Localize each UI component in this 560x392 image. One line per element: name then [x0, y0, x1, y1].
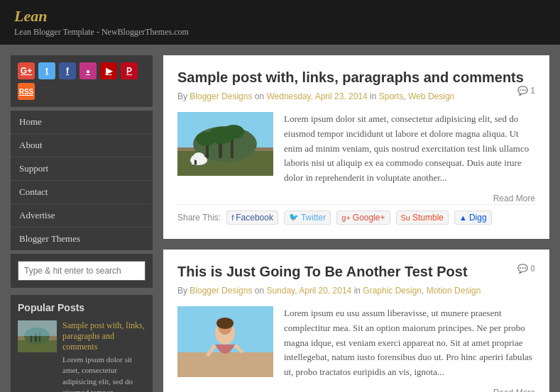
- sidebar-item-home[interactable]: Home: [11, 111, 153, 134]
- post-1-share-bar: Share This: f Facebook 🐦 Twitter g+ Goog…: [177, 204, 535, 225]
- popular-post-excerpt: Lorem ipsum dolor sit amet, consectetur …: [62, 354, 146, 392]
- twitter-share-icon: 🐦: [289, 213, 299, 222]
- popular-post-thumbnail: [18, 320, 57, 352]
- sidebar-item-blogger-themes[interactable]: Blogger Themes: [11, 228, 153, 250]
- facebook-share-icon: f: [231, 213, 234, 222]
- googleplus-share-icon: g+: [341, 213, 351, 222]
- post-1-read-more-link[interactable]: Read More: [493, 194, 535, 203]
- popular-post-title[interactable]: Sample post with, links, paragraphs and …: [62, 320, 146, 352]
- digg-share-icon: ▲: [459, 213, 467, 222]
- post-2: This is Just Going To Be Another Test Po…: [163, 250, 549, 392]
- post-2-read-more-link[interactable]: Read More: [493, 388, 535, 392]
- post-1-meta: By Blogger Designs on Wednesday, April 2…: [177, 91, 535, 101]
- social-icons-bar: G+ t f ● ▶ P RSS: [11, 55, 153, 107]
- post-2-cat-1[interactable]: Graphic Design: [363, 286, 422, 296]
- popular-post-content: Sample post with, links, paragraphs and …: [62, 320, 146, 392]
- post-1-excerpt: Lorem ipsum dolor sit amet, consectetur …: [284, 112, 535, 186]
- svg-point-25: [193, 152, 204, 161]
- stumble-share-icon: Su: [401, 213, 410, 222]
- pinterest-icon[interactable]: P: [121, 62, 138, 79]
- share-facebook-btn-1[interactable]: f Facebook: [226, 211, 278, 225]
- post-2-date[interactable]: Sunday, April 20, 2014: [266, 286, 351, 296]
- post-1-cat-1[interactable]: Sports: [379, 91, 404, 101]
- popular-posts-heading: Popular Posts: [18, 302, 146, 313]
- site-subtitle: Lean Blogger Template - NewBloggerThemes…: [14, 27, 546, 38]
- sidebar-item-advertise[interactable]: Advertise: [11, 204, 153, 228]
- post-2-cat-2[interactable]: Motion Design: [427, 286, 481, 296]
- site-header: Lean Lean Blogger Template - NewBloggerT…: [0, 0, 560, 45]
- post-1-title-link[interactable]: Sample post with, links, paragraphs and …: [177, 69, 524, 85]
- sidebar-item-about[interactable]: About: [11, 134, 153, 157]
- share-googleplus-btn-1[interactable]: g+ Google+: [336, 211, 390, 225]
- post-2-read-more: Read More: [177, 387, 535, 392]
- svg-point-20: [223, 125, 244, 139]
- popular-post-item: Sample post with, links, paragraphs and …: [18, 320, 146, 392]
- post-2-title-link[interactable]: This is Just Going To Be Another Test Po…: [177, 264, 468, 279]
- post-2-image: [177, 306, 273, 377]
- share-label: Share This:: [177, 213, 221, 223]
- google-plus-icon[interactable]: G+: [18, 62, 35, 79]
- share-stumble-btn-1[interactable]: Su Stumble: [396, 211, 449, 225]
- post-1-comment-count: 💬 1: [517, 86, 535, 96]
- post-1-cat-2[interactable]: Web Design: [408, 91, 454, 101]
- sidebar-item-contact[interactable]: Contact: [11, 181, 153, 204]
- post-1-read-more: Read More: [177, 193, 535, 204]
- svg-rect-6: [18, 320, 57, 336]
- rss-icon[interactable]: RSS: [18, 83, 35, 100]
- site-title[interactable]: Lean: [14, 7, 546, 26]
- twitter-icon[interactable]: t: [38, 62, 55, 79]
- comment-icon-2: 💬: [517, 264, 528, 274]
- post-2-title: This is Just Going To Be Another Test Po…: [177, 264, 535, 280]
- svg-point-30: [216, 318, 234, 329]
- post-2-body: Lorem ipsum eu usu assum liberavisse, ut…: [177, 306, 535, 380]
- facebook-icon[interactable]: f: [59, 62, 76, 79]
- share-digg-btn-1[interactable]: ▲ Digg: [454, 211, 492, 225]
- post-1: Sample post with, links, paragraphs and …: [163, 55, 549, 239]
- sidebar-item-support[interactable]: Support: [11, 157, 153, 181]
- search-input[interactable]: [18, 261, 146, 281]
- post-2-author[interactable]: Blogger Designs: [190, 286, 252, 296]
- post-1-title: Sample post with, links, paragraphs and …: [177, 69, 535, 86]
- youtube-icon[interactable]: ▶: [100, 62, 117, 79]
- sidebar: G+ t f ● ▶ P RSS Home About Support Cont…: [11, 55, 153, 392]
- post-2-excerpt: Lorem ipsum eu usu assum liberavisse, ut…: [284, 306, 535, 380]
- post-2-meta: By Blogger Designs on Sunday, April 20, …: [177, 286, 535, 296]
- comment-icon: 💬: [517, 86, 528, 96]
- post-1-image: [177, 112, 273, 176]
- post-1-body: Lorem ipsum dolor sit amet, consectetur …: [177, 112, 535, 186]
- popular-posts-widget: Popular Posts Sample post with, links, p…: [11, 295, 153, 392]
- post-1-author[interactable]: Blogger Designs: [190, 91, 252, 101]
- svg-rect-27: [177, 352, 273, 377]
- share-twitter-btn-1[interactable]: 🐦 Twitter: [284, 211, 331, 225]
- sidebar-nav: Home About Support Contact Advertise Blo…: [11, 111, 153, 250]
- post-2-comment-count: 💬 0: [517, 264, 535, 274]
- instagram-icon[interactable]: ●: [79, 62, 97, 79]
- post-1-date[interactable]: Wednesday, April 23, 2014: [266, 91, 367, 101]
- main-content: Sample post with, links, paragraphs and …: [163, 55, 549, 392]
- search-box: [11, 254, 153, 288]
